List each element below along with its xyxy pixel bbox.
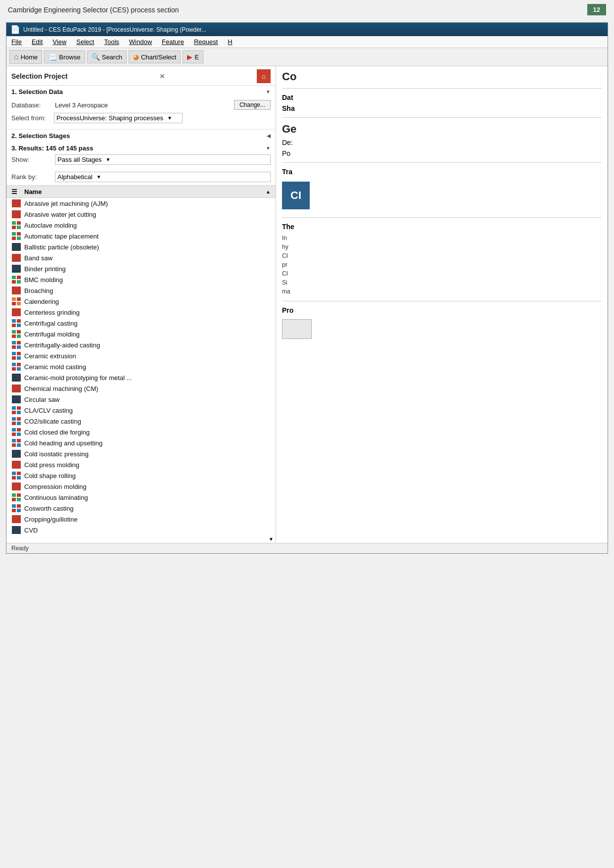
menu-h[interactable]: H [226,37,234,47]
list-item[interactable]: Cold shape rolling [6,470,276,481]
list-item[interactable]: BMC molding [6,274,276,285]
menu-view[interactable]: View [50,37,68,47]
right-co-label: Co [282,70,602,83]
right-pro-label: Pro [282,306,602,314]
list-item[interactable]: Cold heading and upsetting [6,437,276,448]
list-item[interactable]: Binder printing [6,263,276,274]
svg-rect-25 [12,324,16,327]
change-button[interactable]: Change... [234,100,271,110]
selection-project-title: Selection Project [11,72,68,80]
svg-rect-49 [17,411,21,414]
process-icon [11,504,21,512]
list-item[interactable]: Cold closed die forging [6,427,276,437]
menu-file[interactable]: File [9,37,24,47]
process-name: Autoclave molding [24,222,77,229]
menu-tools[interactable]: Tools [102,37,121,47]
menu-feature[interactable]: Feature [160,37,186,47]
main-window: 📄 Untitled - CES EduPack 2019 - [Process… [6,22,608,554]
right-in-label: In [282,234,602,242]
list-item[interactable]: Ceramic-mold prototyping for metal ... [6,372,276,383]
menu-window[interactable]: Window [127,37,154,47]
database-row: Database: Level 3 Aerospace Change... [11,100,271,110]
list-item[interactable]: CVD [6,525,276,535]
svg-rect-24 [17,319,21,323]
list-item[interactable]: Ballistic particle (obsolete) [6,241,276,252]
process-icon [11,308,21,316]
list-item[interactable]: Cold isostatic pressing [6,448,276,459]
list-item[interactable]: Centrifugal molding [6,329,276,339]
list-item[interactable]: Continuous laminating [6,492,276,503]
list-item[interactable]: Centerless grinding [6,307,276,318]
right-de-label: De: [282,139,602,146]
browse-button[interactable]: 📃 Browse [44,50,85,63]
left-panel: Selection Project ✕ ⌂ 1. Selection Data … [6,66,276,543]
process-name: Cold closed die forging [24,429,90,436]
home-icon-btn[interactable]: ⌂ [257,69,271,83]
right-sha-label: Sha [282,104,602,112]
process-icon [11,297,21,305]
svg-rect-38 [17,356,21,360]
list-item[interactable]: Centrifugal casting [6,318,276,329]
menu-request[interactable]: Request [192,37,220,47]
process-icon [11,374,21,382]
process-icon [11,265,21,273]
list-item[interactable]: Automatic tape placement [6,231,276,241]
svg-rect-61 [17,443,21,447]
list-item[interactable]: Centrifugally-aided casting [6,339,276,350]
svg-rect-22 [12,308,21,316]
list-item[interactable]: Cold press molding [6,459,276,470]
rank-by-dropdown[interactable]: Alphabetical ▼ [55,172,271,182]
chevron-down-icon: ▼ [167,115,172,121]
section2-header[interactable]: 2. Selection Stages ◀ [6,130,276,142]
select-from-dropdown[interactable]: ProcessUniverse: Shaping processes ▼ [54,113,183,123]
list-item[interactable]: Chemical machining (CM) [6,383,276,394]
list-item[interactable]: Abrasive water jet cutting [6,209,276,220]
svg-rect-52 [12,422,16,425]
process-name: Binder printing [24,265,66,273]
window-title-text: Untitled - CES EduPack 2019 - [ProcessUn… [23,26,206,33]
process-name: CO2/silicate casting [24,418,81,425]
svg-rect-31 [12,341,16,344]
process-name: Ceramic-mold prototyping for metal ... [24,374,132,382]
list-item[interactable]: Autoclave molding [6,220,276,231]
search-button[interactable]: 🔍 Search [87,50,127,63]
svg-rect-77 [12,515,21,523]
ci-badge: CI [282,182,310,209]
select-from-label: Select from: [11,114,51,122]
list-item[interactable]: Abrasive jet machining (AJM) [6,198,276,209]
section1-label: 1. Selection Data [11,88,63,96]
right-divider-4 [282,217,602,218]
status-text: Ready [11,545,29,552]
svg-rect-67 [17,476,21,480]
extra-button[interactable]: ▶ E [183,50,203,63]
list-item[interactable]: Band saw [6,252,276,263]
section3-header[interactable]: 3. Results: 145 of 145 pass ▼ [6,142,276,154]
home-small-icon: ⌂ [262,72,266,80]
menu-edit[interactable]: Edit [30,37,45,47]
right-panel: Co Dat Sha Ge De: Po Tra CI The In hy CI… [276,66,608,543]
list-item[interactable]: Broaching [6,285,276,296]
svg-rect-74 [17,504,21,508]
home-button[interactable]: ⌂ Home [9,50,42,64]
list-item[interactable]: Circular saw [6,394,276,405]
page-number-badge: 12 [587,4,606,15]
menu-select[interactable]: Select [74,37,96,47]
list-item[interactable]: Ceramic extrusion [6,350,276,361]
list-item[interactable]: CO2/silicate casting [6,416,276,427]
list-item[interactable]: Cropping/guillotine [6,514,276,525]
section1-header[interactable]: 1. Selection Data ▼ [6,86,276,98]
show-dropdown[interactable]: Pass all Stages ▼ [55,154,271,165]
extra-label: E [194,53,199,61]
process-name: Ballistic particle (obsolete) [24,243,99,251]
list-item[interactable]: Cosworth casting [6,503,276,514]
list-item[interactable]: CLA/CLV casting [6,405,276,416]
list-item[interactable]: Calendering [6,296,276,307]
toolbar: ⌂ Home 📃 Browse 🔍 Search ◕ Chart/Select … [6,48,608,66]
list-item[interactable]: Compression molding [6,481,276,492]
svg-rect-4 [12,226,16,229]
close-button[interactable]: ✕ [159,72,165,80]
process-name: Band saw [24,254,52,262]
process-list[interactable]: ☰ Name ▲ Abrasive jet machining (AJM)Abr… [6,186,276,543]
chart-select-button[interactable]: ◕ Chart/Select [129,50,181,63]
list-item[interactable]: Ceramic mold casting [6,361,276,372]
